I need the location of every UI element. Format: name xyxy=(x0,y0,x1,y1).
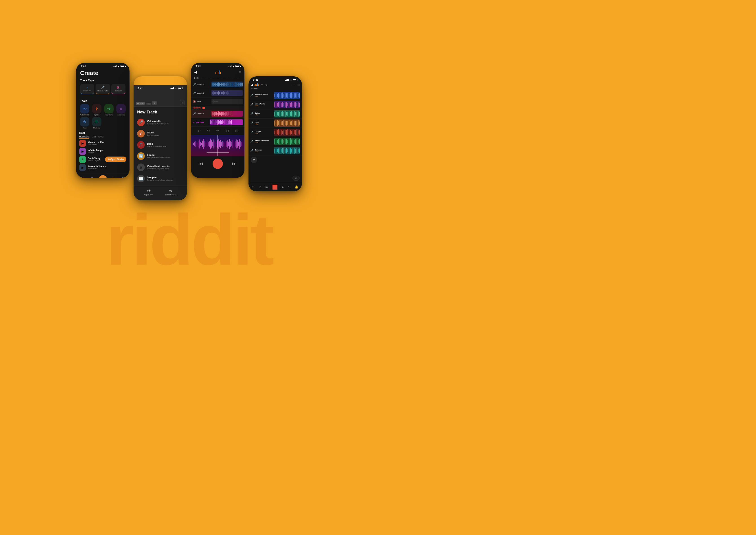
mixer-bell-btn[interactable]: 🔔 xyxy=(295,185,298,189)
footer-import-file[interactable]: ♪+ Import File xyxy=(144,188,153,196)
option-sampler[interactable]: 🎹 Sampler Turn any sound into an intrume… xyxy=(134,173,187,184)
option-voice-audio[interactable]: 🎤 Voice/Audio Record with AutoPitch + Fx xyxy=(134,117,187,128)
svg-rect-216 xyxy=(286,121,287,126)
svg-rect-223 xyxy=(295,121,296,126)
studio-back-btn[interactable]: ◀ xyxy=(194,70,197,74)
option-looper[interactable]: 🔄 Looper Easily make complete tracks xyxy=(134,151,187,162)
svg-rect-139 xyxy=(234,142,234,146)
jam-tracks-tab[interactable]: Jam Tracks xyxy=(92,135,104,139)
svg-rect-262 xyxy=(294,140,294,143)
mixer-back-btn[interactable]: ◀ xyxy=(251,83,253,87)
svg-rect-100 xyxy=(229,120,230,124)
redo-btn[interactable]: ↪ xyxy=(207,129,210,133)
mixer-record-dot[interactable] xyxy=(273,184,278,189)
tool-tuner[interactable]: Tuner xyxy=(79,117,90,129)
mixer-skip-back-btn[interactable]: ⏮ xyxy=(265,185,268,189)
s3-track-0: 🎤 Vocals 4 xyxy=(191,80,244,89)
mixer-undo-btn[interactable]: ↩ xyxy=(258,185,261,189)
screen3-phone: 9:41 ▲ ◀ xyxy=(191,63,244,178)
footer-riddit-sounds[interactable]: ∞ Riddit Sounds xyxy=(165,188,176,196)
timeline-settings-btn[interactable]: ⚙ xyxy=(152,100,157,105)
svg-rect-259 xyxy=(290,138,291,145)
option-guitar[interactable]: 🎸 Guitar Jam with Amps xyxy=(134,128,187,139)
svg-rect-284 xyxy=(297,148,297,154)
nav-search[interactable]: 🔍 xyxy=(89,176,96,178)
tool-splitter[interactable]: Splitter xyxy=(91,104,102,116)
svg-rect-24 xyxy=(227,83,227,86)
voice-audio-desc: Record with AutoPitch + Fx xyxy=(147,123,183,125)
grid-btn[interactable]: ⊞ xyxy=(235,129,238,133)
svg-rect-286 xyxy=(299,149,300,153)
svg-rect-189 xyxy=(277,112,278,115)
tab-record-audio[interactable]: 🎤 Record Audio xyxy=(95,84,110,94)
studio-settings-btn[interactable]: ∞ xyxy=(239,70,241,74)
svg-rect-278 xyxy=(289,149,289,153)
mixer-add-track-btn[interactable]: + xyxy=(251,157,257,163)
svg-rect-168 xyxy=(276,102,276,108)
timeline-add-btn[interactable]: + xyxy=(180,100,185,105)
option-bass[interactable]: 🎵 Bass Find your signature tone xyxy=(134,139,187,151)
nav-home[interactable]: 🏠 xyxy=(79,176,87,178)
svg-rect-44 xyxy=(216,93,217,94)
remove-label: Remove xyxy=(193,107,201,109)
beat-item-1[interactable]: ▶ Infinite Temper Escape xyxy=(79,148,126,155)
svg-rect-54 xyxy=(227,92,227,94)
mixer-wf-2 xyxy=(274,110,300,118)
tuner-label: Tuner xyxy=(83,127,87,129)
mixer-redo-btn[interactable]: ↪ xyxy=(288,185,291,189)
svg-rect-198 xyxy=(289,111,289,117)
status-bar-2: 9:41 ▲ xyxy=(134,85,187,91)
svg-rect-232 xyxy=(281,130,282,135)
timeline-toggle[interactable]: ●● xyxy=(146,103,151,105)
option-virtual-instruments[interactable]: ⊞ Virtual Instruments Record kits, keys … xyxy=(134,162,187,173)
mixer-eq-btn[interactable]: ⊞ xyxy=(252,185,254,189)
open-studio-button[interactable]: ⊞ Open Studio xyxy=(105,156,126,162)
nav-library[interactable]: 📋 xyxy=(119,176,126,178)
signal-icon-3 xyxy=(228,65,232,68)
tab-sampler[interactable]: ⊞ Sampler xyxy=(111,84,125,94)
tool-song-starter[interactable]: Song Starter xyxy=(103,104,114,116)
tool-audio-stretch[interactable]: Audio Stretch xyxy=(79,104,90,116)
mixer-track-fx-1: + Fx xyxy=(255,105,273,106)
svg-rect-75 xyxy=(225,113,225,115)
s3-mic-1: 🎤 xyxy=(193,92,196,95)
crop-btn[interactable]: ⊡ xyxy=(226,129,229,133)
beat-item-2[interactable]: ⏸ Cool Clarity Justice Coyote ⊞ Open Stu… xyxy=(79,156,126,163)
nav-bell[interactable]: 🔔 xyxy=(109,176,117,178)
compose-btn[interactable]: ♪+ xyxy=(292,176,300,181)
mixer-edit-icon[interactable]: ✏ xyxy=(261,83,263,86)
record-button[interactable] xyxy=(213,158,223,169)
beat-item-0[interactable]: ▶ Minimal Hellfire Marc Merrill xyxy=(79,140,126,147)
svg-rect-173 xyxy=(282,102,283,107)
screens-container: 9:41 ▲ Create Track Type ♪ Import xyxy=(76,68,302,200)
svg-rect-147 xyxy=(274,94,275,97)
tool-metronome[interactable]: Metronome xyxy=(116,104,126,116)
svg-rect-180 xyxy=(291,102,292,107)
svg-rect-136 xyxy=(230,141,231,147)
edit-btn[interactable]: ✏ xyxy=(216,129,219,133)
beat-info-3: Streets Of Samba Jody Blade xyxy=(88,165,126,170)
tool-mastering[interactable]: Mastering xyxy=(91,117,102,129)
status-icons-3: ▲ xyxy=(228,65,240,68)
undo-btn[interactable]: ↩ xyxy=(198,129,201,133)
mixer-mic-2: 🎤 xyxy=(250,112,254,115)
mixer-settings-icon[interactable]: ⚙ xyxy=(265,83,268,86)
skip-forward-btn[interactable]: ⏭ xyxy=(232,161,237,166)
beat-item-3[interactable]: ▶ Streets Of Samba Jody Blade xyxy=(79,164,126,171)
svg-rect-119 xyxy=(211,140,212,148)
svg-rect-184 xyxy=(297,103,297,106)
mastering-icon xyxy=(92,117,101,127)
screen4: 9:41 ▲ ◀ xyxy=(249,76,302,191)
svg-rect-201 xyxy=(293,112,293,116)
beat-info-0: Minimal Hellfire Marc Merrill xyxy=(88,141,126,146)
tab-import-file[interactable]: ♪ Import File xyxy=(80,84,94,94)
nav-add[interactable]: + xyxy=(98,175,107,178)
wifi-icon-4: ▲ xyxy=(290,78,292,81)
mixer-track-fx-3: + Fx xyxy=(255,123,273,125)
svg-rect-83 xyxy=(210,120,211,124)
skip-back-btn[interactable]: ⏮ xyxy=(199,161,203,166)
hot-beats-tab[interactable]: Hot Beats xyxy=(79,135,89,139)
mixer-play-btn[interactable]: ▶ xyxy=(282,185,284,189)
song-starter-icon xyxy=(104,104,114,113)
signal-icon-2 xyxy=(170,87,174,89)
